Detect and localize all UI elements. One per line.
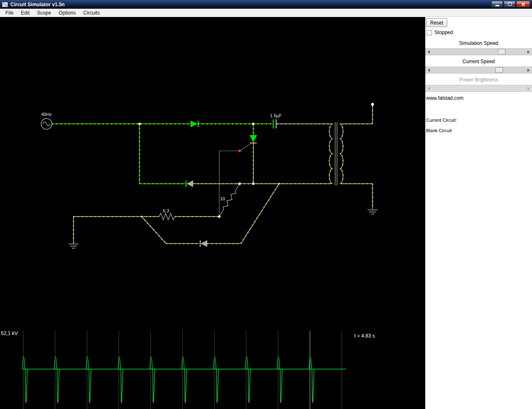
diode-feedback[interactable] xyxy=(186,180,193,187)
slider-thumb-1[interactable] xyxy=(495,67,503,73)
scr-thyristor[interactable] xyxy=(240,135,257,150)
ac-source[interactable] xyxy=(41,118,52,129)
wire-neutral[interactable] xyxy=(74,104,373,244)
simulation-speed-slider[interactable] xyxy=(425,48,532,55)
source-frequency-label: 40Hz xyxy=(41,112,52,117)
ground-right[interactable] xyxy=(368,210,378,214)
app-icon xyxy=(2,1,8,8)
power-brightness-slider[interactable] xyxy=(425,85,532,92)
reset-button[interactable]: Reset xyxy=(426,18,447,27)
menu-scope[interactable]: Scope xyxy=(33,9,55,17)
current-circuit-label: Current Circuit: xyxy=(426,118,457,123)
diode-bottom[interactable] xyxy=(200,240,207,247)
titlebar[interactable]: Circuit Simulator v1.5n xyxy=(0,0,532,9)
current-dots xyxy=(329,124,333,184)
menu-options[interactable]: Options xyxy=(55,9,79,17)
stopped-row: Stopped xyxy=(427,30,453,35)
slider-left-arrow-icon[interactable] xyxy=(425,49,432,55)
slider-right-arrow-icon[interactable] xyxy=(525,67,532,73)
slider-left-arrow-icon[interactable] xyxy=(425,85,432,91)
window-title: Circuit Simulator v1.5n xyxy=(10,2,65,7)
app-window: Circuit Simulator v1.5n File Edit Scope … xyxy=(0,0,532,409)
power-brightness-label: Power Brightness xyxy=(425,77,532,83)
transformer[interactable] xyxy=(329,122,343,185)
current-speed-slider[interactable] xyxy=(425,67,532,74)
scope-voltage-label: 52,1 kV xyxy=(1,330,18,336)
stopped-checkbox[interactable] xyxy=(427,30,432,35)
minimize-icon xyxy=(495,5,499,6)
close-button[interactable] xyxy=(516,1,530,7)
menu-circuits[interactable]: Circuits xyxy=(79,9,103,17)
maximize-button[interactable] xyxy=(504,1,515,7)
current-dots xyxy=(74,104,373,244)
menubar: File Edit Scope Options Circuits xyxy=(0,9,532,17)
website-label: www.falstad.com xyxy=(426,95,463,101)
oscilloscope[interactable] xyxy=(0,330,425,409)
current-speed-label: Current Speed xyxy=(425,59,532,64)
slider-thumb-0[interactable] xyxy=(498,49,505,54)
diode-main[interactable] xyxy=(191,121,198,127)
junction-dots xyxy=(138,103,374,218)
resistor-bottom-label: 6.3 xyxy=(163,208,169,213)
ground-left[interactable] xyxy=(69,244,78,248)
simulation-speed-label: Simulation Speed xyxy=(425,40,532,46)
menu-edit[interactable]: Edit xyxy=(17,9,33,17)
resistor-gate-label: 10 xyxy=(220,196,225,201)
circuit-canvas[interactable]: 40Hz 1.5µF xyxy=(0,17,425,409)
current-dots xyxy=(340,124,343,184)
maximize-icon xyxy=(508,2,512,6)
close-icon xyxy=(521,2,525,6)
minimize-button[interactable] xyxy=(491,1,503,7)
window-controls xyxy=(491,1,530,7)
stopped-label: Stopped xyxy=(434,30,453,35)
slider-left-arrow-icon[interactable] xyxy=(425,67,432,73)
slider-right-arrow-icon[interactable] xyxy=(525,85,532,91)
current-dots xyxy=(52,124,272,184)
resistor-bottom[interactable] xyxy=(159,213,175,220)
wire-positive[interactable] xyxy=(52,124,272,184)
capacitor-value-label: 1.5µF xyxy=(270,113,282,118)
capacitor[interactable] xyxy=(273,119,276,128)
scope-time-label: t = 4.83 s xyxy=(354,333,375,339)
slider-right-arrow-icon[interactable] xyxy=(525,49,532,55)
control-panel: Reset Stopped Simulation Speed Current S… xyxy=(425,17,532,409)
current-circuit-value: Blank Circuit xyxy=(426,128,452,133)
menu-file[interactable]: File xyxy=(2,9,17,17)
